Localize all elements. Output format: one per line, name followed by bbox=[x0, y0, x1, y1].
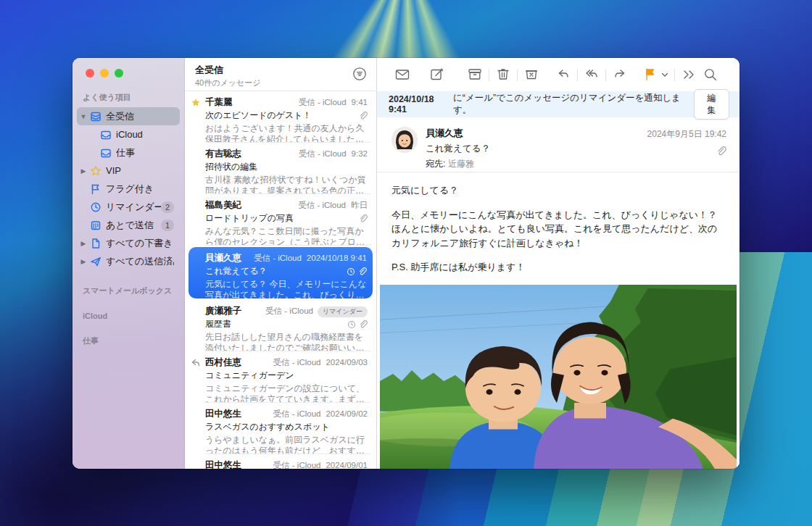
trash-icon bbox=[495, 67, 511, 83]
sidebar-item-flagged[interactable]: フラグ付き bbox=[77, 180, 180, 198]
sidebar-item-label: iCloud bbox=[116, 129, 174, 140]
body-paragraph: P.S. 助手席には私が乗ります！ bbox=[392, 260, 725, 275]
reply-all-icon bbox=[584, 67, 600, 83]
recipient-name[interactable]: 近藤雅 bbox=[448, 159, 474, 169]
clock-icon bbox=[347, 320, 356, 329]
sidebar-item-all-sent[interactable]: ▶ すべての送信済み bbox=[77, 252, 180, 270]
sidebar-section-icloud[interactable]: iCloud bbox=[83, 312, 174, 320]
chevron-down-icon[interactable]: ▼ bbox=[78, 113, 88, 120]
message-date: 2024年9月5日 19:42 bbox=[647, 128, 726, 141]
close-button[interactable] bbox=[86, 69, 94, 78]
send-later-count-badge: 1 bbox=[161, 220, 174, 231]
paperclip-icon[interactable] bbox=[716, 146, 726, 156]
toolbar bbox=[377, 58, 740, 91]
reply-button[interactable] bbox=[554, 65, 573, 84]
mailbox-button[interactable] bbox=[393, 65, 412, 84]
mailbox-title: 全受信 bbox=[195, 64, 368, 77]
message-subject: これ覚えてる？ bbox=[426, 143, 647, 155]
paper-plane-icon bbox=[88, 256, 102, 267]
sidebar-item-work-inbox[interactable]: 仕事 bbox=[87, 143, 180, 162]
reply-all-button[interactable] bbox=[582, 65, 601, 84]
clock-icon bbox=[347, 267, 355, 276]
star-icon bbox=[88, 165, 102, 177]
flag-button[interactable] bbox=[641, 65, 660, 84]
message-row[interactable]: 田中悠生 受信 - iCloud 2024/09/01 bbox=[185, 454, 376, 469]
message-view-pane: 2024/10/18 9:41 に“メール”でこのメッセージのリマインダーを通知… bbox=[377, 58, 740, 469]
message-list-header: 全受信 40件のメッセージ bbox=[185, 58, 376, 91]
paperclip-icon bbox=[359, 320, 368, 329]
message-body: 元気にしてる？ 今日、メモリーにこんな写真が出てきました。これ、びっくりじゃない… bbox=[377, 172, 740, 285]
chevron-right-icon[interactable]: ▶ bbox=[78, 258, 88, 265]
sidebar-item-all-drafts[interactable]: ▶ すべての下書き bbox=[77, 234, 180, 252]
sidebar-item-vip[interactable]: ▶ VIP bbox=[77, 162, 180, 180]
zoom-button[interactable] bbox=[115, 69, 123, 78]
flag-icon bbox=[88, 183, 102, 195]
message-row[interactable]: 廣瀬雅子 受信 - iCloud リマインダー 履歴書 先日お話しした望月さんの… bbox=[185, 300, 376, 351]
flag-menu-button[interactable] bbox=[660, 65, 670, 84]
reply-indicator-icon bbox=[191, 358, 201, 368]
sidebar-section-work[interactable]: 仕事 bbox=[83, 335, 174, 346]
all-inboxes-icon bbox=[88, 111, 102, 122]
calendar-icon bbox=[88, 220, 102, 231]
double-chevron-right-icon bbox=[682, 67, 696, 82]
mail-icon bbox=[394, 67, 410, 83]
chevron-right-icon[interactable]: ▶ bbox=[78, 167, 88, 175]
message-row[interactable]: 有吉聡志 受信 - iCloud 9:32 招待状の編集 古川様 素敵な招待状で… bbox=[185, 143, 376, 194]
paperclip-icon bbox=[358, 267, 367, 276]
search-button[interactable] bbox=[701, 65, 720, 84]
sidebar-item-label: フラグ付き bbox=[106, 183, 174, 196]
message-row[interactable]: 田中悠生 受信 - iCloud 2024/09/02 ラスベガスのおすすめスポ… bbox=[185, 403, 376, 454]
desktop-wallpaper: よく使う項目 ▼ 全受信 iCloud 仕事 bbox=[0, 0, 812, 526]
reminder-banner: 2024/10/18 9:41 に“メール”でこのメッセージのリマインダーを通知… bbox=[377, 91, 740, 117]
sidebar-item-icloud-inbox[interactable]: iCloud bbox=[87, 125, 180, 143]
photo-attachment[interactable] bbox=[380, 285, 737, 469]
forward-button[interactable] bbox=[610, 65, 629, 84]
filter-icon bbox=[352, 67, 367, 81]
compose-button[interactable] bbox=[428, 65, 447, 84]
clock-icon bbox=[88, 201, 102, 213]
chevron-right-icon[interactable]: ▶ bbox=[78, 240, 88, 247]
sidebar-item-label: 全受信 bbox=[106, 110, 174, 123]
edit-reminder-button[interactable]: 編集 bbox=[694, 89, 729, 120]
window-controls bbox=[72, 58, 184, 78]
sidebar-item-label: リマインダー bbox=[106, 201, 161, 214]
sender-name[interactable]: 貝瀬久恵 bbox=[426, 127, 647, 140]
message-header: 貝瀬久恵 これ覚えてる？ 宛先:近藤雅 2024年9月5日 19:42 bbox=[377, 117, 740, 172]
sidebar-item-label: VIP bbox=[106, 165, 174, 176]
reminders-count-badge: 2 bbox=[161, 201, 174, 213]
sidebar-item-reminders[interactable]: リマインダー 2 bbox=[77, 198, 180, 216]
document-icon bbox=[88, 238, 102, 249]
sidebar-item-all-inboxes[interactable]: ▼ 全受信 bbox=[77, 107, 180, 125]
paperclip-icon bbox=[359, 214, 368, 223]
message-row[interactable]: 福島美紀 受信 - iCloud 昨日 ロードトリップの写真 みんな元気？ここ数… bbox=[185, 194, 376, 246]
sidebar-item-label: すべての下書き bbox=[106, 237, 174, 250]
sidebar-section-favorites: よく使う項目 bbox=[83, 92, 174, 103]
flag-icon bbox=[642, 67, 658, 83]
message-row-selected[interactable]: 貝瀬久恵 受信 - iCloud 2024/10/18 9:41 これ覚えてる？… bbox=[188, 247, 373, 299]
minimize-button[interactable] bbox=[100, 69, 109, 78]
inbox-icon bbox=[99, 129, 112, 141]
paperclip-icon bbox=[359, 112, 368, 120]
sidebar-section-smart-mailboxes[interactable]: スマートメールボックス bbox=[83, 285, 174, 296]
inbox-icon bbox=[99, 147, 112, 159]
filter-button[interactable] bbox=[352, 66, 368, 82]
chevron-down-icon bbox=[661, 71, 668, 78]
sender-avatar[interactable] bbox=[392, 127, 418, 153]
star-icon bbox=[191, 98, 201, 108]
body-paragraph: 元気にしてる？ bbox=[392, 183, 725, 198]
more-toolbar-button[interactable] bbox=[679, 65, 698, 84]
mail-window: よく使う項目 ▼ 全受信 iCloud 仕事 bbox=[72, 58, 740, 469]
message-row[interactable]: 千葉麗 受信 - iCloud 9:41 次のエピソードのゲスト！ おはようござ… bbox=[185, 91, 376, 143]
message-row[interactable]: 西村佳恵 受信 - iCloud 2024/09/03 コミュニティガーデン コ… bbox=[185, 351, 376, 403]
reminder-badge: リマインダー bbox=[318, 306, 368, 317]
junk-button[interactable] bbox=[522, 65, 541, 84]
reminder-datetime: 2024/10/18 9:41 bbox=[389, 94, 453, 114]
archive-icon bbox=[467, 67, 483, 83]
sidebar-item-label: 仕事 bbox=[116, 146, 174, 159]
sidebar-item-send-later[interactable]: あとで送信 1 bbox=[77, 216, 180, 234]
sidebar-item-label: あとで送信 bbox=[106, 219, 161, 232]
recipient-line: 宛先:近藤雅 bbox=[426, 158, 647, 170]
archive-button[interactable] bbox=[465, 65, 484, 84]
sidebar: よく使う項目 ▼ 全受信 iCloud 仕事 bbox=[72, 58, 185, 469]
trash-button[interactable] bbox=[494, 65, 513, 84]
